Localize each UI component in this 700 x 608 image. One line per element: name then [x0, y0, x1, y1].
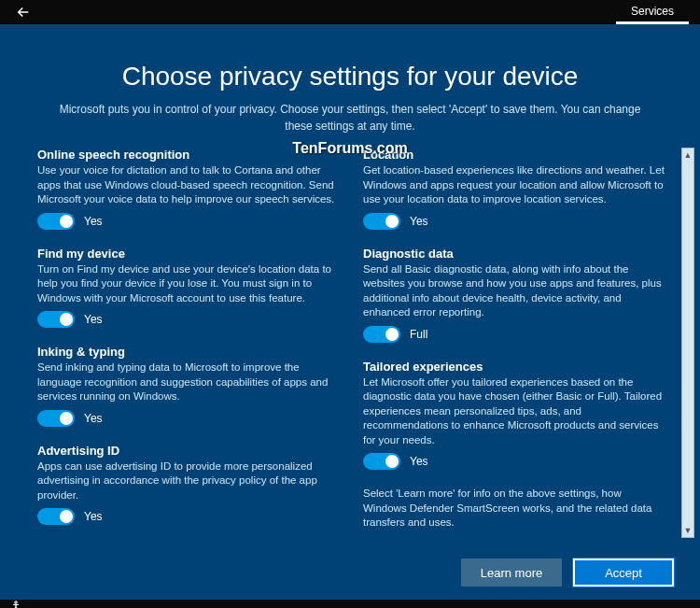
setting-findmydevice: Find my device Turn on Find my device an… — [37, 247, 341, 329]
accessibility-icon[interactable] — [9, 600, 22, 608]
setting-desc: Turn on Find my device and use your devi… — [37, 262, 341, 306]
setting-adid: Advertising ID Apps can use advertising … — [37, 444, 341, 526]
scroll-up-icon[interactable]: ▲ — [682, 148, 693, 162]
setting-title: Online speech recognition — [37, 148, 341, 162]
content: Online speech recognition Use your voice… — [0, 144, 700, 542]
toggle-row: Yes — [37, 213, 341, 230]
findmydevice-toggle[interactable] — [37, 311, 75, 328]
toggle-row: Full — [363, 326, 666, 343]
oobe-window: Services Choose privacy settings for you… — [0, 0, 700, 608]
toggle-label: Yes — [410, 455, 428, 468]
diagnostic-toggle[interactable] — [363, 326, 400, 343]
toggle-label: Yes — [84, 215, 103, 228]
left-column: Online speech recognition Use your voice… — [37, 148, 341, 542]
main-area: Choose privacy settings for your device … — [0, 24, 700, 600]
setting-title: Inking & typing — [37, 345, 341, 359]
toggle-row: Yes — [363, 213, 666, 230]
svg-point-0 — [15, 601, 17, 603]
page-title: Choose privacy settings for your device — [37, 62, 663, 92]
tabs: Services — [616, 0, 689, 24]
toggle-row: Yes — [37, 311, 341, 328]
back-button[interactable] — [11, 0, 35, 24]
toggle-label: Yes — [410, 215, 428, 228]
setting-desc: Send inking and typing data to Microsoft… — [37, 361, 341, 404]
scrollbar[interactable]: ▲ ▼ — [681, 148, 694, 538]
setting-desc: Get location-based experiences like dire… — [363, 163, 666, 207]
footer: Learn more Accept — [0, 542, 700, 600]
toggle-label: Yes — [84, 313, 103, 326]
speech-toggle[interactable] — [37, 213, 75, 230]
learn-more-footnote: Select 'Learn more' for info on the abov… — [363, 487, 666, 530]
toggle-label: Yes — [84, 412, 103, 425]
setting-title: Find my device — [37, 247, 341, 261]
setting-desc: Use your voice for dictation and to talk… — [37, 163, 341, 207]
location-toggle[interactable] — [363, 213, 400, 230]
tailored-toggle[interactable] — [363, 453, 400, 470]
toggle-label: Full — [410, 328, 427, 341]
toggle-row: Yes — [37, 508, 341, 525]
setting-desc: Apps can use advertising ID to provide m… — [37, 460, 341, 503]
scroll-down-icon[interactable]: ▼ — [682, 524, 693, 537]
toggle-row: Yes — [363, 453, 666, 470]
setting-title: Location — [363, 148, 666, 162]
setting-desc: Send all Basic diagnostic data, along wi… — [363, 262, 666, 320]
statusbar — [0, 600, 700, 608]
setting-title: Advertising ID — [37, 444, 341, 458]
learn-more-button[interactable]: Learn more — [461, 559, 562, 587]
accept-button[interactable]: Accept — [573, 559, 674, 587]
toggle-row: Yes — [37, 410, 341, 427]
header: Choose privacy settings for your device … — [0, 24, 700, 144]
setting-location: Location Get location-based experiences … — [363, 148, 666, 230]
setting-title: Diagnostic data — [363, 247, 666, 261]
page-subtitle: Microsoft puts you in control of your pr… — [51, 101, 649, 134]
adid-toggle[interactable] — [37, 508, 75, 525]
right-column: Location Get location-based experiences … — [363, 148, 666, 542]
setting-tailored: Tailored experiences Let Microsoft offer… — [363, 360, 666, 471]
setting-speech: Online speech recognition Use your voice… — [37, 148, 341, 230]
setting-title: Tailored experiences — [363, 360, 666, 374]
toggle-label: Yes — [84, 510, 103, 523]
setting-diagnostic: Diagnostic data Send all Basic diagnosti… — [363, 247, 666, 343]
setting-desc: Let Microsoft offer you tailored experie… — [363, 375, 666, 448]
setting-inking: Inking & typing Send inking and typing d… — [37, 345, 341, 427]
tab-services[interactable]: Services — [616, 0, 689, 24]
settings-columns: Online speech recognition Use your voice… — [37, 148, 679, 542]
inking-toggle[interactable] — [37, 410, 75, 427]
titlebar: Services — [0, 0, 700, 24]
